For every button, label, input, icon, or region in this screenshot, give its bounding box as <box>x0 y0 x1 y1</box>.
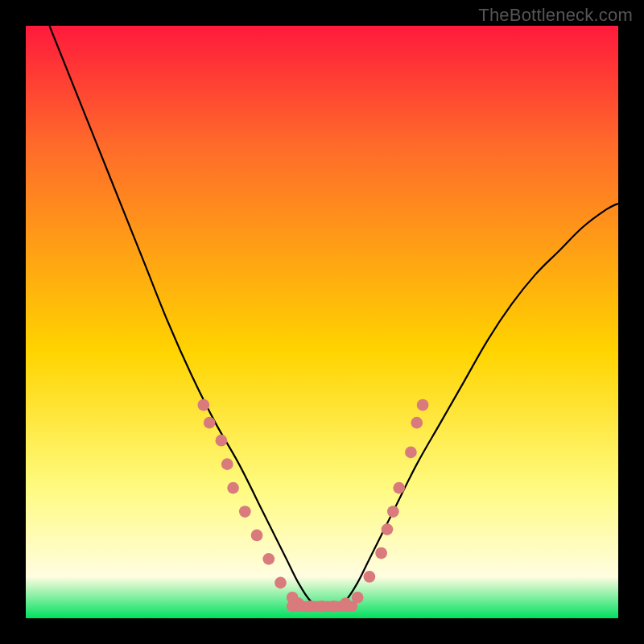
data-dot <box>328 601 340 613</box>
data-dot <box>393 482 405 494</box>
data-dot <box>216 435 228 447</box>
data-dot <box>197 399 209 411</box>
data-dot <box>275 576 287 588</box>
data-dot <box>262 553 275 565</box>
data-dot <box>417 399 429 411</box>
data-dot <box>251 530 263 542</box>
data-dot <box>239 506 251 518</box>
data-dot <box>382 523 394 535</box>
watermark-text: TheBottleneck.com <box>478 5 633 26</box>
plot-area <box>26 26 618 618</box>
data-dot <box>304 601 316 613</box>
data-dot <box>411 417 423 429</box>
data-dot <box>387 506 399 518</box>
gradient-background <box>26 26 618 618</box>
data-dot <box>340 597 352 609</box>
data-dot <box>204 417 216 429</box>
data-dot <box>227 482 239 494</box>
data-dot <box>221 458 233 470</box>
chart-svg <box>26 26 618 618</box>
data-dot <box>375 547 387 559</box>
data-dot <box>405 447 417 459</box>
data-dot <box>316 601 328 613</box>
data-dot <box>292 597 304 609</box>
data-dot <box>364 571 376 583</box>
chart-frame: TheBottleneck.com <box>0 0 644 644</box>
data-dot <box>352 592 364 604</box>
